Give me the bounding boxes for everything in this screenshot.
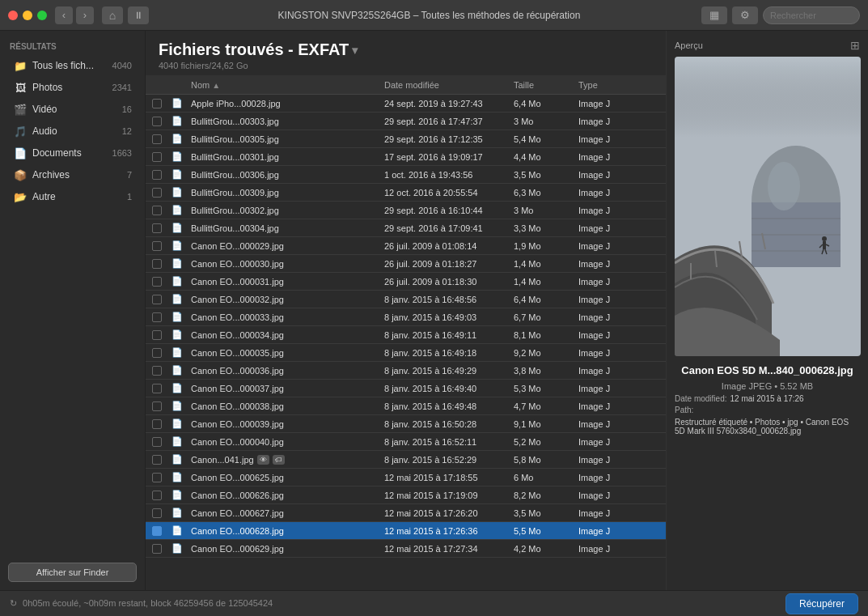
- forward-button[interactable]: ›: [76, 6, 94, 24]
- content-title: Fichiers trouvés - EXFAT ▾: [159, 40, 653, 59]
- table-row[interactable]: 📄 Canon EO...000626.jpg 12 mai 2015 à 17…: [146, 486, 666, 504]
- row-checkbox[interactable]: [152, 544, 171, 554]
- row-checkbox[interactable]: [152, 223, 171, 233]
- row-checkbox[interactable]: [152, 99, 171, 108]
- finder-button[interactable]: Afficher sur Finder: [8, 563, 137, 582]
- table-row[interactable]: 📄 Canon EO...000035.jpg 8 janv. 2015 à 1…: [146, 344, 666, 362]
- row-checkbox[interactable]: [152, 455, 171, 465]
- table-row[interactable]: 📄 BullittGrou...00304.jpg 29 sept. 2016 …: [146, 219, 666, 237]
- sidebar-item-documents[interactable]: 📄 Documents 1663: [5, 142, 140, 164]
- row-checkbox[interactable]: [152, 526, 171, 536]
- sidebar-section-label: Résultats: [0, 37, 145, 54]
- table-row[interactable]: 📄 Canon EO...000037.jpg 8 janv. 2015 à 1…: [146, 380, 666, 397]
- sidebar-item-icon-archives: 📦: [13, 168, 28, 182]
- table-row[interactable]: 📄 BullittGrou...00305.jpg 29 sept. 2016 …: [146, 130, 666, 148]
- col-header-size[interactable]: Taille: [514, 80, 578, 90]
- preview-image-container: [675, 57, 861, 356]
- table-row[interactable]: 📄 Canon EO...000625.jpg 12 mai 2015 à 17…: [146, 469, 666, 486]
- row-checkbox[interactable]: [152, 473, 171, 482]
- cell-size: 8,2 Mo: [514, 491, 578, 500]
- table-row[interactable]: 📄 Canon EO...000040.jpg 8 janv. 2015 à 1…: [146, 433, 666, 451]
- table-row[interactable]: 📄 BullittGrou...00302.jpg 29 sept. 2016 …: [146, 202, 666, 219]
- col-header-type[interactable]: Type: [578, 80, 659, 90]
- row-checkbox[interactable]: [152, 437, 171, 447]
- row-checkbox[interactable]: [152, 206, 171, 215]
- filename-text: BullittGrou...00301.jpg: [191, 152, 279, 162]
- sidebar-item-video[interactable]: 🎬 Vidéo 16: [5, 99, 140, 120]
- preview-col-header: Aperçu: [675, 40, 703, 50]
- filename-text: BullittGrou...00306.jpg: [191, 170, 279, 180]
- table-row[interactable]: 📄 Canon EO...000039.jpg 8 janv. 2015 à 1…: [146, 415, 666, 433]
- content-subtitle: 4040 fichiers/24,62 Go: [159, 61, 653, 70]
- table-row[interactable]: 📄 Canon EO...000038.jpg 8 janv. 2015 à 1…: [146, 397, 666, 415]
- table-row[interactable]: 📄 Canon...041.jpg 👁 🏷 8 janv. 2015 à 16:…: [146, 451, 666, 469]
- row-checkbox[interactable]: [152, 384, 171, 393]
- row-checkbox[interactable]: [152, 401, 171, 411]
- eye-tag: 👁: [257, 455, 269, 465]
- file-icon: 📄: [171, 490, 191, 500]
- row-checkbox[interactable]: [152, 312, 171, 322]
- sidebar-item-archives[interactable]: 📦 Archives 7: [5, 164, 140, 185]
- filename-text: Canon EO...000029.jpg: [191, 241, 284, 251]
- settings-button[interactable]: ⚙: [732, 6, 758, 24]
- table-row[interactable]: 📄 Canon EO...000628.jpg 12 mai 2015 à 17…: [146, 522, 666, 540]
- row-checkbox[interactable]: [152, 419, 171, 429]
- dropdown-arrow-icon[interactable]: ▾: [352, 44, 358, 57]
- pause-button[interactable]: ⏸: [128, 6, 149, 24]
- sidebar-item-photos[interactable]: 🖼 Photos 2341: [5, 77, 140, 98]
- search-input[interactable]: [763, 6, 860, 24]
- cell-filename: BullittGrou...00304.jpg: [191, 223, 384, 233]
- sidebar-item-label-archives: Archives: [32, 169, 124, 181]
- row-checkbox[interactable]: [152, 348, 171, 358]
- view-button[interactable]: ▦: [701, 6, 727, 24]
- back-button[interactable]: ‹: [55, 6, 73, 24]
- table-row[interactable]: 📄 Canon EO...000033.jpg 8 janv. 2015 à 1…: [146, 308, 666, 326]
- row-checkbox[interactable]: [152, 152, 171, 162]
- row-checkbox[interactable]: [152, 117, 171, 126]
- file-icon: 📄: [171, 151, 191, 162]
- home-button[interactable]: ⌂: [102, 6, 123, 24]
- row-checkbox[interactable]: [152, 330, 171, 340]
- row-checkbox[interactable]: [152, 491, 171, 500]
- minimize-button[interactable]: [23, 11, 32, 20]
- cell-filename: BullittGrou...00303.jpg: [191, 117, 384, 126]
- sidebar-item-other[interactable]: 📂 Autre 1: [5, 186, 140, 207]
- table-row[interactable]: 📄 Canon EO...000627.jpg 12 mai 2015 à 17…: [146, 504, 666, 522]
- table-row[interactable]: 📄 Canon EO...000031.jpg 26 juil. 2009 à …: [146, 273, 666, 291]
- preview-expand-icon[interactable]: ⊞: [850, 39, 860, 52]
- row-checkbox[interactable]: [152, 508, 171, 518]
- sidebar-item-all[interactable]: 📁 Tous les fich... 4040: [5, 55, 140, 76]
- file-table-container[interactable]: Nom ▲ Date modifiée Taille Type 📄 Apple …: [146, 76, 666, 590]
- row-checkbox[interactable]: [152, 366, 171, 376]
- table-row[interactable]: 📄 BullittGrou...00309.jpg 12 oct. 2016 à…: [146, 184, 666, 202]
- table-row[interactable]: 📄 BullittGrou...00306.jpg 1 oct. 2016 à …: [146, 166, 666, 184]
- file-icon: 📄: [171, 116, 191, 126]
- cell-date: 12 mai 2015 à 17:18:55: [384, 473, 514, 482]
- close-button[interactable]: [8, 11, 18, 20]
- row-checkbox[interactable]: [152, 259, 171, 269]
- table-row[interactable]: 📄 BullittGrou...00301.jpg 17 sept. 2016 …: [146, 148, 666, 166]
- table-row[interactable]: 📄 Canon EO...000036.jpg 8 janv. 2015 à 1…: [146, 362, 666, 380]
- row-checkbox[interactable]: [152, 170, 171, 180]
- recover-button[interactable]: Récupérer: [785, 593, 858, 614]
- sidebar-item-audio[interactable]: 🎵 Audio 12: [5, 121, 140, 142]
- row-checkbox[interactable]: [152, 134, 171, 144]
- table-row[interactable]: 📄 Canon EO...000029.jpg 26 juil. 2009 à …: [146, 237, 666, 255]
- table-row[interactable]: 📄 Canon EO...000629.jpg 12 mai 2015 à 17…: [146, 540, 666, 558]
- table-row[interactable]: 📄 Apple iPho...00028.jpg 24 sept. 2019 à…: [146, 95, 666, 113]
- col-header-date[interactable]: Date modifiée: [384, 80, 514, 90]
- filename-text: Canon...041.jpg: [191, 455, 254, 465]
- table-row[interactable]: 📄 Canon EO...000034.jpg 8 janv. 2015 à 1…: [146, 326, 666, 344]
- table-row[interactable]: 📄 BullittGrou...00303.jpg 29 sept. 2016 …: [146, 113, 666, 130]
- cell-size: 1,4 Mo: [514, 277, 578, 287]
- row-checkbox[interactable]: [152, 295, 171, 304]
- maximize-button[interactable]: [37, 11, 47, 20]
- filename-text: BullittGrou...00309.jpg: [191, 188, 279, 198]
- row-checkbox[interactable]: [152, 241, 171, 251]
- row-checkbox[interactable]: [152, 188, 171, 198]
- table-row[interactable]: 📄 Canon EO...000030.jpg 26 juil. 2009 à …: [146, 255, 666, 273]
- table-row[interactable]: 📄 Canon EO...000032.jpg 8 janv. 2015 à 1…: [146, 291, 666, 308]
- cell-date: 8 janv. 2015 à 16:52:11: [384, 437, 514, 447]
- row-checkbox[interactable]: [152, 277, 171, 287]
- col-header-name[interactable]: Nom ▲: [191, 80, 384, 90]
